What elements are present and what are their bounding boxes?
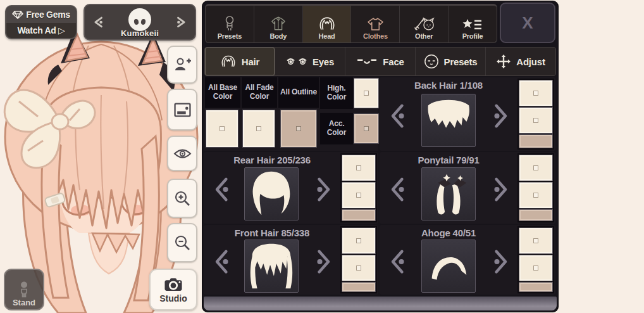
back-hair-next-button[interactable]: [488, 99, 511, 133]
close-button[interactable]: X: [500, 3, 555, 43]
swatch-marker: [533, 238, 538, 243]
sword-cat-icon: [413, 16, 435, 32]
swatch-marker: [356, 238, 361, 243]
all-fade-color-swatch[interactable]: [243, 110, 275, 147]
free-gems-button[interactable]: Free Gems Watch Ad ▷: [5, 5, 77, 39]
app-screen: Free Gems Watch Ad ▷ Kumokeii Stand Stud…: [0, 0, 644, 313]
chevron-left-icon: [211, 172, 234, 207]
swatch-marker: [356, 193, 361, 198]
swatch-marker: [220, 126, 225, 131]
rear-hair-prev-button[interactable]: [211, 172, 234, 207]
gem-icon: [12, 10, 23, 20]
front-hair-next-button[interactable]: [311, 245, 334, 279]
subtab-presets[interactable]: Presets: [416, 48, 486, 75]
swatch-marker: [533, 193, 538, 198]
zoom-in-button[interactable]: [167, 179, 197, 218]
tab-head[interactable]: Head: [303, 6, 352, 42]
face-presets-icon: [424, 54, 439, 69]
chevron-left-icon: [387, 172, 410, 207]
back-hair-fade-swatch[interactable]: [519, 108, 552, 133]
all-outline-color-swatch[interactable]: [281, 110, 316, 147]
front-hair-section: Front Hair 85/338: [204, 225, 378, 295]
image-icon: [174, 103, 191, 117]
zoom-out-icon: [174, 234, 190, 251]
back-hair-swatch-column: [517, 79, 554, 150]
chevron-right-icon: [488, 172, 511, 207]
back-hair-prev-button[interactable]: [387, 99, 410, 133]
ahoge-fade-swatch[interactable]: [519, 255, 552, 281]
rear-hair-next-button[interactable]: [311, 172, 334, 207]
chevron-right-icon: [488, 99, 511, 133]
all-outline-label: All Outline: [278, 77, 319, 108]
tab-body[interactable]: Body: [254, 6, 303, 42]
eyes-icon: [286, 56, 307, 67]
add-character-button[interactable]: [167, 46, 197, 84]
swatch-marker: [533, 91, 538, 96]
visibility-button[interactable]: [167, 136, 197, 171]
eye-icon: [173, 148, 192, 160]
ahoge-outline-swatch[interactable]: [519, 283, 552, 291]
head-sub-tab-bar: Hair Eyes Face Presets Adjust: [204, 47, 556, 76]
ponytail-swatch-column: [517, 153, 554, 222]
hair-icon: [220, 54, 237, 68]
front-hair-fade-swatch[interactable]: [342, 255, 375, 281]
panel-bottom-bar: [204, 297, 557, 310]
free-gems-label: Free Gems: [26, 10, 70, 20]
chevron-right-icon: [311, 245, 334, 279]
back-hair-preview: [421, 94, 476, 147]
highlight-color-swatch[interactable]: [354, 79, 378, 108]
front-hair-preview: [244, 240, 299, 293]
front-hair-title: Front Hair 85/338: [205, 227, 339, 238]
rear-hair-base-swatch[interactable]: [342, 155, 375, 181]
ponytail-outline-swatch[interactable]: [519, 210, 552, 220]
tab-body-label: Body: [269, 32, 287, 40]
tab-profile[interactable]: Profile: [449, 6, 497, 42]
star-list-icon: [462, 18, 483, 32]
rear-hair-outline-swatch[interactable]: [342, 210, 375, 220]
ahoge-next-button[interactable]: [488, 245, 511, 279]
face-icon: [356, 57, 378, 67]
accent-color-swatch[interactable]: [354, 114, 378, 143]
ahoge-preview: [421, 240, 476, 293]
back-hair-section: Back Hair 1/108: [380, 77, 555, 151]
ponytail-thumbnail: [422, 167, 475, 220]
ahoge-prev-button[interactable]: [387, 245, 410, 279]
all-base-color-label: All Base Color: [205, 77, 240, 108]
chevron-left-icon: [387, 245, 410, 279]
rear-hair-fade-swatch[interactable]: [342, 182, 375, 208]
tab-clothes-label: Clothes: [363, 32, 388, 40]
subtab-face[interactable]: Face: [345, 48, 416, 75]
tshirt-icon: [367, 17, 384, 32]
subtab-eyes[interactable]: Eyes: [275, 48, 345, 75]
watch-ad-label: Watch Ad ▷: [17, 25, 65, 35]
front-hair-swatch-column: [340, 226, 377, 293]
stand-button[interactable]: Stand: [4, 269, 44, 310]
ponytail-prev-button[interactable]: [387, 172, 410, 207]
zoom-out-button[interactable]: [167, 223, 197, 262]
add-person-icon: [173, 56, 192, 73]
tab-clothes[interactable]: Clothes: [351, 6, 400, 42]
back-hair-base-swatch[interactable]: [519, 80, 552, 106]
subtab-hair[interactable]: Hair: [205, 48, 275, 75]
subtab-adjust[interactable]: Adjust: [486, 48, 555, 75]
swatch-marker: [533, 265, 538, 271]
ahoge-base-swatch[interactable]: [519, 228, 552, 253]
studio-button[interactable]: Studio: [149, 269, 197, 310]
tab-presets[interactable]: Presets: [206, 6, 254, 42]
ponytail-next-button[interactable]: [488, 172, 511, 207]
tab-head-label: Head: [319, 32, 335, 40]
back-hair-outline-swatch[interactable]: [519, 135, 552, 148]
stand-person-icon: [17, 281, 31, 298]
front-hair-outline-swatch[interactable]: [342, 283, 375, 291]
front-hair-prev-button[interactable]: [211, 245, 234, 279]
tab-other[interactable]: Other: [400, 6, 449, 42]
swatch-marker: [364, 126, 369, 131]
subtab-adjust-label: Adjust: [516, 56, 545, 67]
all-base-color-swatch[interactable]: [206, 110, 238, 147]
ponytail-base-swatch[interactable]: [519, 155, 552, 181]
front-hair-base-swatch[interactable]: [342, 228, 375, 253]
background-button[interactable]: [167, 89, 197, 131]
highlight-color-label: High. Color: [320, 77, 353, 109]
chevron-right-icon: [311, 172, 334, 207]
ponytail-fade-swatch[interactable]: [519, 182, 552, 208]
